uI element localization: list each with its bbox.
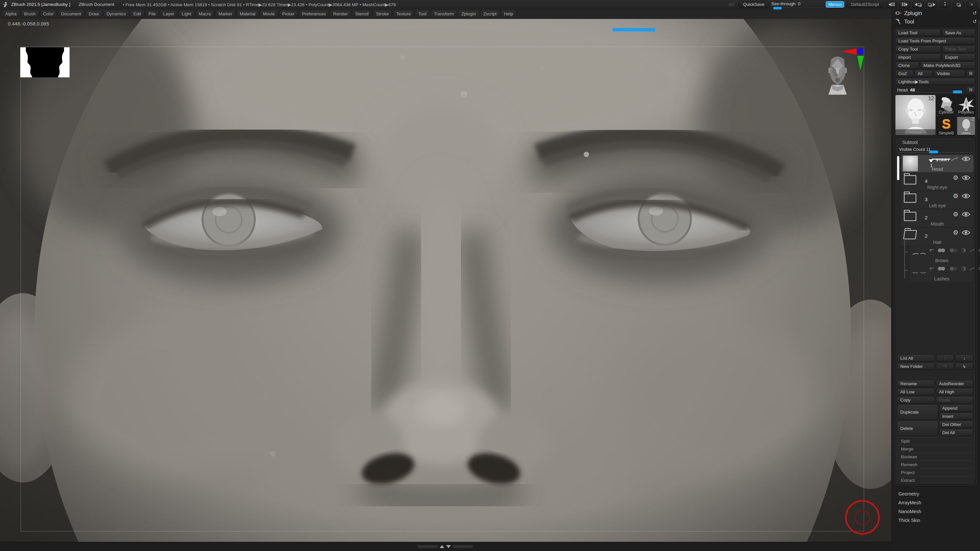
menu-edit[interactable]: Edit <box>130 10 144 17</box>
goz-all-button[interactable]: All <box>914 70 932 77</box>
grip-texture-left[interactable] <box>417 545 438 548</box>
tool-thumbnail-head2[interactable]: 2 Head <box>957 116 976 136</box>
paste-tool-button[interactable]: Paste Tool <box>942 45 975 52</box>
import-button[interactable]: Import <box>895 54 941 61</box>
lightbox-tools-button[interactable]: Lightbox▶Tools <box>895 78 975 85</box>
menu-light[interactable]: Light <box>178 10 194 17</box>
bottom-tray-handle[interactable] <box>417 545 473 548</box>
section-thickskin[interactable]: Thick Skin <box>891 516 980 524</box>
move-up-button[interactable]: ↑ <box>936 354 954 362</box>
all-high-button[interactable]: All High <box>936 388 974 395</box>
default-zscript-button[interactable]: DefaultZScript <box>846 1 884 8</box>
menu-document[interactable]: Document <box>58 10 84 17</box>
tool-thumbnail-simpleb[interactable]: S SimpleB <box>937 116 956 136</box>
grip-texture-right[interactable] <box>453 545 473 548</box>
menu-zplugin[interactable]: Zplugin <box>458 10 479 17</box>
axis-x-icon[interactable] <box>842 48 856 55</box>
del-other-button[interactable]: Del Other <box>939 421 974 428</box>
subtool-item-head[interactable]: START 1 Head <box>901 155 974 172</box>
section-arraymesh[interactable]: ArrayMesh <box>891 498 980 507</box>
subtool-item-left-eye[interactable]: 3 ⚙ Left eye <box>901 191 974 209</box>
start-small-arrow-icon[interactable] <box>929 248 934 252</box>
sculpt-render[interactable] <box>0 19 891 542</box>
boolean-intersect-icon[interactable] <box>961 266 966 271</box>
tray-scrollbar[interactable] <box>978 21 980 119</box>
tray-divider-highlight[interactable] <box>612 28 655 31</box>
menu-picker[interactable]: Picker <box>279 10 298 17</box>
window-restore-button[interactable] <box>953 1 964 8</box>
menu-stroke[interactable]: Stroke <box>373 10 392 17</box>
menu-material[interactable]: Material <box>237 10 259 17</box>
visibility-eye-icon[interactable] <box>962 194 970 198</box>
tool-r-button[interactable]: R <box>966 86 975 94</box>
subtool-item-right-eye[interactable]: 4 ⚙ Right eye <box>901 173 974 191</box>
visibility-eye-icon[interactable] <box>962 175 970 180</box>
visibility-eye-icon[interactable] <box>962 156 970 161</box>
goz-button[interactable]: GoZ <box>895 70 913 77</box>
visible-count-handle[interactable] <box>929 151 938 153</box>
paste-subtool-button[interactable]: Paste <box>936 396 974 403</box>
menu-transform[interactable]: Transform <box>431 10 457 17</box>
menu-color[interactable]: Color <box>40 10 57 17</box>
menu-layer[interactable]: Layer <box>160 10 177 17</box>
folder-gear-icon[interactable]: ⚙ <box>953 211 958 218</box>
section-geometry[interactable]: Geometry <box>891 489 980 498</box>
menu-file[interactable]: File <box>145 10 159 17</box>
list-all-button[interactable]: List All <box>897 354 935 362</box>
tool-thumbnail-polymesh-star[interactable]: PolyMes <box>957 95 976 115</box>
zplugin-palette-header[interactable]: Zplugin ↺ <box>891 9 980 17</box>
menus-toggle-button[interactable]: Menus <box>826 1 845 8</box>
subtool-row-boolean[interactable]: Boolean <box>897 453 974 460</box>
menu-zscript[interactable]: Zscript <box>480 10 500 17</box>
del-all-button[interactable]: Del All <box>939 429 974 436</box>
visibility-eye-icon[interactable] <box>962 230 970 235</box>
window-shade-button[interactable]: ▾ <box>940 1 951 8</box>
current-tool-thumbnail[interactable]: 12 Head <box>895 95 936 135</box>
menu-render[interactable]: Render <box>330 10 351 17</box>
goz-r-button[interactable]: R <box>966 70 975 77</box>
menu-preferences[interactable]: Preferences <box>299 10 329 17</box>
tool-palette-header[interactable]: Tool ↺ <box>891 17 980 26</box>
polypaint-brush-icon[interactable] <box>969 267 975 271</box>
sculpt-viewport[interactable]: 0.448,-0.058,0.085 <box>0 19 891 542</box>
load-tools-from-project-button[interactable]: Load Tools From Project <box>895 37 975 44</box>
tray-open-up-icon[interactable] <box>440 545 444 548</box>
subtool-row-extract[interactable]: Extract <box>897 476 974 484</box>
export-button[interactable]: Export <box>942 54 975 61</box>
rename-button[interactable]: Rename <box>897 380 935 387</box>
divider-bars-left-icon[interactable] <box>886 1 897 8</box>
tool-reset-icon[interactable]: ↺ <box>972 19 977 24</box>
tray-close-down-icon[interactable] <box>446 545 451 548</box>
copy-subtool-button[interactable]: Copy <box>897 396 935 403</box>
see-through-slider[interactable]: See-through 0 <box>771 1 824 8</box>
subtool-scrollbar[interactable] <box>897 156 899 180</box>
see-through-handle[interactable] <box>773 7 782 10</box>
goz-visible-button[interactable]: Visible <box>934 70 965 77</box>
subtool-row-remesh[interactable]: Remesh <box>897 460 974 468</box>
folder-gear-icon[interactable]: ⚙ <box>953 175 958 181</box>
polypaint-brush-icon[interactable] <box>969 248 975 252</box>
menu-help[interactable]: Help <box>501 10 517 17</box>
new-folder-button[interactable]: New Folder <box>897 363 935 370</box>
visibility-eye-icon[interactable] <box>962 212 970 217</box>
visible-count-slider[interactable]: Visible Count 11 <box>897 146 974 153</box>
active-tool-slider[interactable]: Head. 48 <box>895 86 965 94</box>
boolean-subtract-icon[interactable] <box>949 248 958 252</box>
menu-draw[interactable]: Draw <box>86 10 103 17</box>
folder-gear-icon[interactable]: ⚙ <box>953 229 958 236</box>
move-palette-right-icon[interactable] <box>926 1 937 8</box>
menu-tool[interactable]: Tool <box>415 10 430 17</box>
tool-thumbnail-cylinder[interactable]: Cylinder <box>937 95 956 115</box>
duplicate-button[interactable]: Duplicate <box>897 405 938 420</box>
menu-dynamics[interactable]: Dynamics <box>103 10 129 17</box>
menu-alpha[interactable]: Alpha <box>2 10 20 17</box>
axis-y-icon[interactable] <box>857 56 864 70</box>
active-tool-slider-handle[interactable] <box>953 91 962 94</box>
insert-button[interactable]: Insert <box>939 413 974 420</box>
copy-tool-button[interactable]: Copy Tool <box>895 45 941 52</box>
quicksave-button[interactable]: QuickSave <box>738 1 769 8</box>
subtool-row-split[interactable]: Split <box>897 437 974 445</box>
boolean-subtract-icon[interactable] <box>949 266 958 271</box>
load-tool-button[interactable]: Load Tool <box>895 29 941 36</box>
menu-marker[interactable]: Marker <box>215 10 235 17</box>
